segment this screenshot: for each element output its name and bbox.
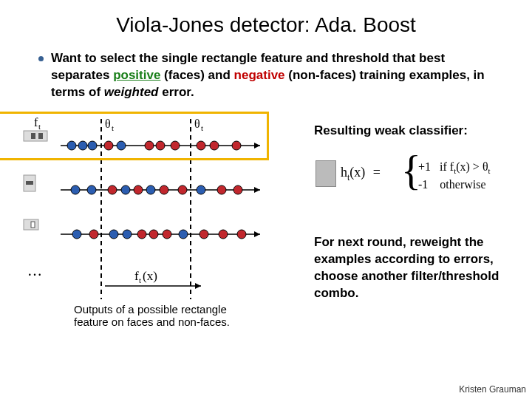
svg-point-32 bbox=[134, 185, 143, 194]
svg-text:(x): (x) bbox=[143, 269, 157, 283]
svg-point-46 bbox=[123, 230, 132, 239]
svg-point-38 bbox=[233, 185, 242, 194]
portrait-thumbnail bbox=[316, 160, 336, 187]
svg-point-48 bbox=[149, 230, 158, 239]
bullet-dot-icon bbox=[38, 56, 44, 61]
weak-classifier-equation: ht(x) = { +1 if ft(x) > θt -1 otherwise bbox=[318, 153, 532, 197]
diagram-caption: Outputs of a possible rectangle feature … bbox=[74, 303, 236, 328]
eq-h-arg: (x) bbox=[349, 165, 365, 180]
bullet-mid1: (faces) and bbox=[160, 68, 233, 82]
slide-title: Viola-Jones detector: Ada. Boost bbox=[22, 13, 510, 37]
svg-point-47 bbox=[137, 230, 146, 239]
bullet-post: error. bbox=[158, 85, 194, 99]
eq-lhs: ht(x) = bbox=[341, 165, 385, 183]
case2-val: -1 bbox=[418, 178, 428, 191]
resulting-label: Resulting weak classifier: bbox=[314, 123, 532, 138]
eq-cases: +1 if ft(x) > θt -1 otherwise bbox=[418, 159, 491, 194]
highlight-box bbox=[0, 112, 269, 160]
svg-point-43 bbox=[72, 230, 81, 239]
right-column: Resulting weak classifier: ht(x) = { +1 … bbox=[314, 123, 532, 302]
svg-point-33 bbox=[146, 185, 155, 194]
svg-rect-40 bbox=[31, 222, 35, 228]
bullet-text: Want to select the single rectangle feat… bbox=[51, 50, 495, 101]
svg-point-49 bbox=[163, 230, 171, 239]
case1-if: if f bbox=[440, 160, 454, 173]
credit: Kristen Grauman bbox=[459, 384, 526, 395]
positive-word: positive bbox=[113, 68, 160, 82]
eq-h: h bbox=[341, 165, 347, 180]
svg-rect-25 bbox=[26, 181, 33, 185]
svg-point-35 bbox=[178, 185, 187, 194]
vertical-dots: … bbox=[27, 262, 42, 279]
svg-point-37 bbox=[217, 185, 226, 194]
svg-point-53 bbox=[237, 230, 246, 239]
svg-point-29 bbox=[87, 185, 96, 194]
svg-point-31 bbox=[121, 185, 130, 194]
bullet-item: Want to select the single rectangle feat… bbox=[22, 50, 510, 101]
svg-marker-42 bbox=[254, 231, 260, 237]
negative-word: negative bbox=[234, 68, 285, 82]
svg-point-30 bbox=[108, 185, 117, 194]
content-area: f t θ t θ t bbox=[22, 115, 510, 358]
diagram: f t θ t θ t bbox=[9, 115, 282, 310]
slide: Viola-Jones detector: Ada. Boost Want to… bbox=[0, 0, 532, 399]
svg-text:t: t bbox=[139, 276, 141, 284]
weighted-word: weighted bbox=[104, 85, 159, 99]
svg-marker-27 bbox=[254, 187, 260, 193]
case1-sub2: t bbox=[488, 166, 491, 175]
next-round-text: For next round, reweight the examples ac… bbox=[314, 234, 532, 302]
case2-rest: otherwise bbox=[440, 178, 485, 191]
svg-marker-55 bbox=[195, 283, 201, 289]
svg-point-44 bbox=[89, 230, 98, 239]
case1-val: +1 bbox=[418, 160, 431, 173]
svg-point-51 bbox=[200, 230, 208, 239]
svg-point-45 bbox=[109, 230, 118, 239]
case1-rest: (x) > θ bbox=[456, 160, 488, 173]
svg-point-50 bbox=[179, 230, 188, 239]
svg-point-34 bbox=[160, 185, 168, 194]
svg-point-36 bbox=[197, 185, 205, 194]
svg-point-28 bbox=[71, 185, 80, 194]
eq-equals: = bbox=[373, 165, 381, 180]
svg-point-52 bbox=[219, 230, 228, 239]
